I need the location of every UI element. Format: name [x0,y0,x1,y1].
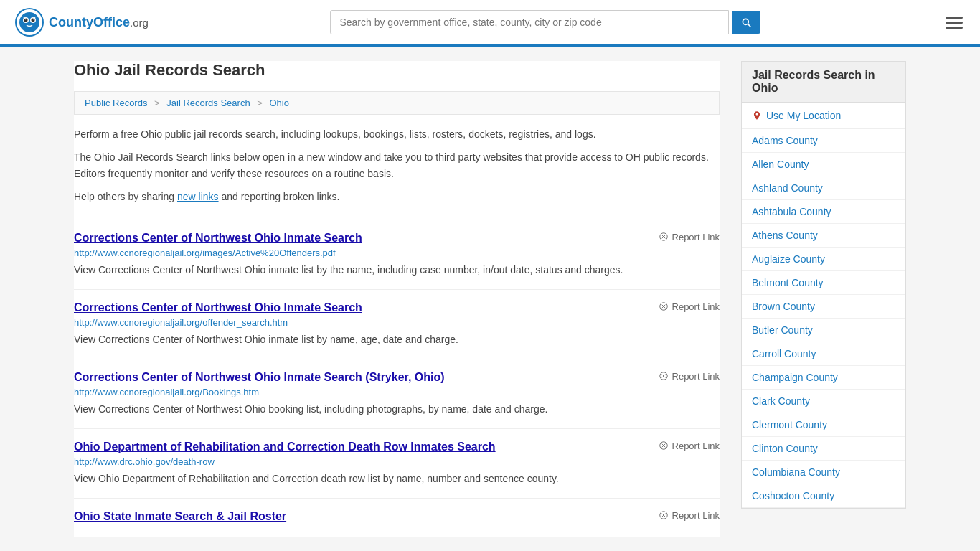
content-wrapper: Ohio Jail Records Search Public Records … [60,47,920,551]
sidebar-county-10[interactable]: Champaign County [742,366,905,390]
result-item: Corrections Center of Northwest Ohio Inm… [74,359,720,428]
svg-point-2 [19,12,39,32]
report-link-0[interactable]: Report Link [659,232,720,242]
result-url-2[interactable]: http://www.ccnoregionaljail.org/Bookings… [74,387,720,397]
results-list: Corrections Center of Northwest Ohio Inm… [74,220,720,537]
sidebar-county-4[interactable]: Athens County [742,224,905,248]
report-link-4[interactable]: Report Link [659,510,720,521]
sidebar-county-5[interactable]: Auglaize County [742,248,905,271]
breadcrumb: Public Records > Jail Records Search > O… [74,91,720,115]
result-desc-1: View Corrections Center of Northwest Ohi… [74,332,720,347]
report-icon [659,510,669,520]
result-title-2[interactable]: Corrections Center of Northwest Ohio Inm… [74,371,445,384]
sidebar-county-7[interactable]: Brown County [742,295,905,319]
new-links-link[interactable]: new links [177,191,219,202]
logo-area: CountyOffice.org [14,7,149,37]
result-url-3[interactable]: http://www.drc.ohio.gov/death-row [74,456,720,467]
report-link-3[interactable]: Report Link [659,441,720,451]
breadcrumb-public-records[interactable]: Public Records [85,98,147,108]
sidebar-county-3[interactable]: Ashtabula County [742,200,905,224]
search-input[interactable] [330,10,729,34]
result-header: Ohio Department of Rehabilitation and Co… [74,441,720,453]
description2: The Ohio Jail Records Search links below… [74,149,720,182]
description1: Perform a free Ohio public jail records … [74,126,720,142]
sidebar-county-12[interactable]: Clermont County [742,413,905,437]
sidebar-county-15[interactable]: Coshocton County [742,484,905,508]
result-url-1[interactable]: http://www.ccnoregionaljail.org/offender… [74,317,720,328]
result-url-0[interactable]: http://www.ccnoregionaljail.org/images/A… [74,248,720,258]
sidebar: Jail Records Search in Ohio Use My Locat… [741,61,906,537]
sidebar-county-0[interactable]: Adams County [742,129,905,153]
report-icon [659,301,669,311]
breadcrumb-sep1: > [154,98,160,108]
result-header: Ohio State Inmate Search & Jail Roster R… [74,510,720,523]
logo-icon [14,7,44,37]
result-title-1[interactable]: Corrections Center of Northwest Ohio Inm… [74,301,362,314]
logo-text: CountyOffice.org [49,15,149,30]
sidebar-county-13[interactable]: Clinton County [742,437,905,461]
header: CountyOffice.org [0,0,980,47]
county-list: Adams CountyAllen CountyAshland CountyAs… [742,129,905,508]
use-location[interactable]: Use My Location [742,103,905,129]
result-title-4[interactable]: Ohio State Inmate Search & Jail Roster [74,510,286,523]
report-link-2[interactable]: Report Link [659,371,720,382]
result-desc-0: View Corrections Center of Northwest Ohi… [74,263,720,278]
sidebar-county-9[interactable]: Carroll County [742,342,905,366]
report-icon [659,232,669,242]
page-title: Ohio Jail Records Search [74,61,720,80]
report-link-1[interactable]: Report Link [659,301,720,312]
description3: Help others by sharing new links and rep… [74,189,720,204]
result-title-3[interactable]: Ohio Department of Rehabilitation and Co… [74,441,496,453]
search-icon [740,17,752,28]
result-title-0[interactable]: Corrections Center of Northwest Ohio Inm… [74,232,362,245]
result-item: Ohio State Inmate Search & Jail Roster R… [74,498,720,537]
sidebar-content: Use My Location Adams CountyAllen County… [741,103,906,509]
main-content: Ohio Jail Records Search Public Records … [74,61,720,537]
report-icon [659,371,669,381]
result-item: Corrections Center of Northwest Ohio Inm… [74,289,720,359]
sidebar-county-6[interactable]: Belmont County [742,271,905,295]
report-icon [659,441,669,451]
result-item: Ohio Department of Rehabilitation and Co… [74,428,720,498]
sidebar-county-1[interactable]: Allen County [742,153,905,176]
use-location-link[interactable]: Use My Location [766,110,841,121]
breadcrumb-ohio[interactable]: Ohio [269,98,288,108]
result-desc-2: View Corrections Center of Northwest Ohi… [74,402,720,417]
result-header: Corrections Center of Northwest Ohio Inm… [74,232,720,245]
breadcrumb-sep2: > [257,98,263,108]
location-icon [752,110,762,121]
menu-button[interactable] [943,11,966,34]
sidebar-county-2[interactable]: Ashland County [742,176,905,200]
result-item: Corrections Center of Northwest Ohio Inm… [74,220,720,289]
result-header: Corrections Center of Northwest Ohio Inm… [74,301,720,314]
search-area [330,10,760,34]
result-desc-3: View Ohio Department of Rehabilitation a… [74,471,720,486]
sidebar-county-14[interactable]: Columbiana County [742,461,905,484]
sidebar-county-11[interactable]: Clark County [742,390,905,413]
sidebar-county-8[interactable]: Butler County [742,319,905,342]
breadcrumb-jail-records[interactable]: Jail Records Search [166,98,250,108]
sidebar-title: Jail Records Search in Ohio [741,61,906,103]
search-button[interactable] [732,11,760,34]
result-header: Corrections Center of Northwest Ohio Inm… [74,371,720,384]
